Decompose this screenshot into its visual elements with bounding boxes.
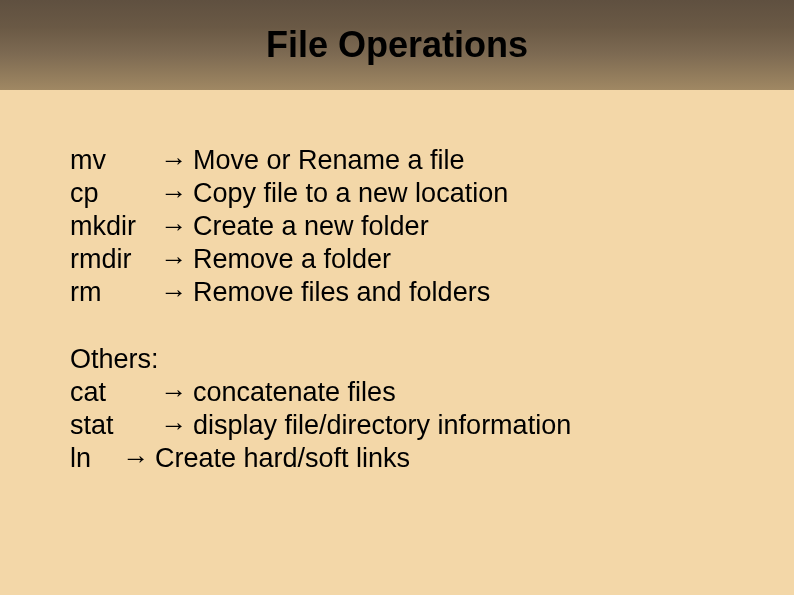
command-name: mkdir [70,210,160,243]
arrow-icon: → [160,244,187,274]
arrow-icon: → [122,443,149,473]
command-desc-text: Copy file to a new location [193,178,508,208]
command-row: ln →Create hard/soft links [70,442,724,475]
command-row: cp →Copy file to a new location [70,177,724,210]
arrow-icon: → [160,277,187,307]
command-row: stat →display file/directory information [70,409,724,442]
command-name: cat [70,376,160,409]
command-desc-text: display file/directory information [193,410,571,440]
command-desc: →Create a new folder [160,210,429,243]
command-desc: →concatenate files [160,376,396,409]
command-row: rmdir →Remove a folder [70,243,724,276]
command-desc-text: concatenate files [193,377,396,407]
title-bar: File Operations [0,0,794,90]
command-desc: →display file/directory information [160,409,571,442]
arrow-icon: → [160,178,187,208]
command-desc: →Remove a folder [160,243,391,276]
command-name: mv [70,144,160,177]
command-desc-text: Remove a folder [193,244,391,274]
command-name: rmdir [70,243,160,276]
command-desc: →Create hard/soft links [122,442,410,475]
command-row: mv →Move or Rename a file [70,144,724,177]
command-row: cat →concatenate files [70,376,724,409]
arrow-icon: → [160,377,187,407]
slide-title: File Operations [266,24,528,66]
slide-content: mv →Move or Rename a file cp →Copy file … [0,90,794,474]
spacer [70,309,724,343]
command-desc-text: Remove files and folders [193,277,490,307]
command-name: ln [70,442,122,475]
command-desc: →Move or Rename a file [160,144,465,177]
command-name: cp [70,177,160,210]
command-desc-text: Move or Rename a file [193,145,465,175]
arrow-icon: → [160,211,187,241]
command-name: rm [70,276,160,309]
arrow-icon: → [160,145,187,175]
others-label: Others: [70,343,724,376]
command-name: stat [70,409,160,442]
command-row: rm →Remove files and folders [70,276,724,309]
command-row: mkdir →Create a new folder [70,210,724,243]
command-desc: →Copy file to a new location [160,177,508,210]
command-desc: →Remove files and folders [160,276,490,309]
arrow-icon: → [160,410,187,440]
command-desc-text: Create hard/soft links [155,443,410,473]
command-desc-text: Create a new folder [193,211,429,241]
